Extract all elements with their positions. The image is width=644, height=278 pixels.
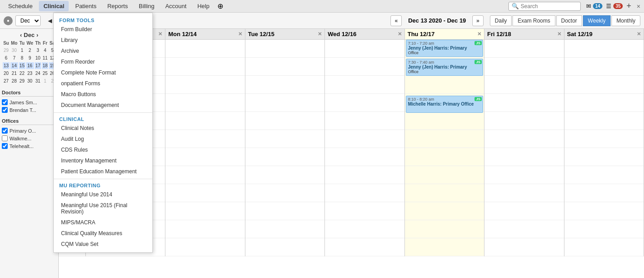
mini-cal-day[interactable]: 18 xyxy=(42,62,48,69)
fri-close[interactable]: ✕ xyxy=(557,31,561,37)
mini-cal-day[interactable]: 1 xyxy=(19,47,25,54)
cal-col-mon[interactable] xyxy=(165,40,245,256)
dropdown-clinical-notes[interactable]: Clinical Notes xyxy=(54,123,152,134)
nav-help[interactable]: Help xyxy=(193,1,214,11)
mini-cal-day[interactable]: 16 xyxy=(26,62,34,69)
dropdown-cds-rules[interactable]: CDS Rules xyxy=(54,144,152,155)
doctor-2-checkbox[interactable] xyxy=(2,107,8,113)
nav-clinical[interactable]: Clinical xyxy=(39,1,69,11)
nav-account[interactable]: Account xyxy=(161,1,191,11)
mini-cal-day[interactable]: 9 xyxy=(26,55,34,61)
mini-cal-day[interactable]: 31 xyxy=(35,78,41,84)
mini-cal-day[interactable]: 3 xyxy=(35,47,41,54)
mini-cal-day[interactable]: 30 xyxy=(26,78,34,84)
mini-cal-day[interactable]: 2 xyxy=(26,47,34,54)
mini-cal-day[interactable]: 14 xyxy=(10,62,18,69)
mini-cal-day[interactable]: 6 xyxy=(3,55,9,61)
mini-cal-day[interactable]: 28 xyxy=(10,78,18,84)
nav-schedule[interactable]: Schedule xyxy=(4,1,37,11)
add-icon[interactable]: + xyxy=(626,1,631,11)
office-3-checkbox[interactable] xyxy=(2,143,8,149)
view-weekly[interactable]: Weekly xyxy=(583,15,611,26)
office-1-checkbox[interactable] xyxy=(2,128,8,134)
dropdown-meaningful-use-2015[interactable]: Meaningful Use 2015 (Final Revision) xyxy=(54,200,152,217)
mini-cal-day[interactable]: 29 xyxy=(19,78,25,84)
nav-patients[interactable]: Patients xyxy=(71,1,101,11)
mini-cal-day[interactable]: 11 xyxy=(42,55,48,61)
office-2-checkbox[interactable] xyxy=(2,135,8,141)
day-header-mo: Mo xyxy=(10,40,18,46)
appointment-thu-2[interactable]: JS 7:30 - 7:40 am Jenny (Jen) Harris: Pr… xyxy=(406,59,483,76)
thu-close[interactable]: ✕ xyxy=(477,31,481,37)
dropdown-library[interactable]: Library xyxy=(54,35,152,46)
view-exam-rooms[interactable]: Exam Rooms xyxy=(512,15,555,26)
mini-cal-day[interactable]: 21 xyxy=(10,70,18,77)
nav-billing[interactable]: Billing xyxy=(134,1,159,11)
prev-week-button[interactable]: « xyxy=(390,15,402,26)
tue-close[interactable]: ✕ xyxy=(318,31,322,37)
mini-cal-day[interactable]: 25 xyxy=(42,70,48,77)
appointment-thu-3[interactable]: JS 8:10 - 8:20 am Michelle Harris: Prima… xyxy=(406,96,483,113)
dropdown-document-management[interactable]: Document Management xyxy=(54,100,152,111)
doctor-1-checkbox[interactable] xyxy=(2,99,8,105)
close-tab-icon[interactable]: × xyxy=(637,3,640,10)
cal-col-fri[interactable] xyxy=(484,40,564,256)
dropdown-archive[interactable]: Archive xyxy=(54,46,152,56)
dropdown-macro-buttons[interactable]: Macro Buttons xyxy=(54,89,152,100)
cal-header-tue: Tue 12/15 ✕ xyxy=(245,29,325,39)
cal-col-tue[interactable] xyxy=(245,40,325,256)
mini-cal-month: Dec xyxy=(24,32,35,38)
mini-cal-day[interactable]: 4 xyxy=(42,47,48,54)
mini-cal-day[interactable]: 30 xyxy=(10,47,18,54)
mini-cal-prev[interactable]: ‹ xyxy=(20,32,22,38)
sat-close[interactable]: ✕ xyxy=(637,31,641,37)
dropdown-patient-education[interactable]: Patient Education Management xyxy=(54,166,152,177)
search-icon: 🔍 xyxy=(512,3,519,9)
cal-col-wed[interactable] xyxy=(325,40,404,256)
dropdown-cqm-value-set[interactable]: CQM Value Set xyxy=(54,239,152,250)
cal-col-thu[interactable]: JS 7:10 - 7:20 am Jenny (Jen) Harris: Pr… xyxy=(405,40,484,256)
office-item-2: Walkme... xyxy=(2,134,56,142)
alert-icon[interactable]: ☰ xyxy=(606,3,611,9)
dropdown-mips-macra[interactable]: MIPS/MACRA xyxy=(54,217,152,228)
search-input[interactable] xyxy=(521,3,575,9)
dropdown-inventory-management[interactable]: Inventory Management xyxy=(54,155,152,166)
mini-cal-day[interactable]: 10 xyxy=(35,55,41,61)
status-indicator: ● xyxy=(4,16,13,25)
cal-col-sat[interactable] xyxy=(564,40,644,256)
message-icon[interactable]: ✉ xyxy=(586,3,591,9)
dropdown-form-builder[interactable]: Form Builder xyxy=(54,24,152,35)
view-doctor[interactable]: Doctor xyxy=(556,15,582,26)
dropdown-clinical-quality-measures[interactable]: Clinical Quality Measures xyxy=(54,228,152,239)
dropdown-form-reorder[interactable]: Form Reorder xyxy=(54,56,152,67)
mon-close[interactable]: ✕ xyxy=(238,31,242,37)
view-monthly[interactable]: Monthly xyxy=(611,15,640,26)
month-select[interactable]: Dec Jan xyxy=(15,15,41,26)
mini-cal-day[interactable]: 23 xyxy=(26,70,34,77)
mini-cal-day[interactable]: 24 xyxy=(35,70,41,77)
mini-cal-next[interactable]: › xyxy=(36,32,38,38)
mini-cal-day[interactable]: 8 xyxy=(19,55,25,61)
mini-cal-day[interactable]: 29 xyxy=(3,47,9,54)
dropdown-onpatient-forms[interactable]: onpatient Forms xyxy=(54,78,152,89)
mini-cal-day[interactable]: 17 xyxy=(35,62,41,69)
mini-cal-day[interactable]: 15 xyxy=(19,62,25,69)
mini-cal-day[interactable]: 7 xyxy=(10,55,18,61)
sun-close[interactable]: ✕ xyxy=(158,31,162,37)
dropdown-complete-note-format[interactable]: Complete Note Format xyxy=(54,67,152,78)
mini-cal-day[interactable]: 13 xyxy=(3,62,9,69)
dropdown-meaningful-use-2014[interactable]: Meaningful Use 2014 xyxy=(54,189,152,200)
wed-close[interactable]: ✕ xyxy=(398,31,402,37)
view-daily[interactable]: Daily xyxy=(490,15,512,26)
appointment-thu-1[interactable]: JS 7:10 - 7:20 am Jenny (Jen) Harris: Pr… xyxy=(406,40,483,57)
cal-header-thu: Thu 12/17 ✕ xyxy=(405,29,484,39)
mini-cal-day[interactable]: 20 xyxy=(3,70,9,77)
mini-cal-day[interactable]: 1 xyxy=(42,78,48,84)
dropdown-section-form-tools: FORM TOOLS xyxy=(54,16,152,24)
mini-cal-day[interactable]: 27 xyxy=(3,78,9,84)
mini-cal-day[interactable]: 22 xyxy=(19,70,25,77)
nav-extra-icon[interactable]: ⊕ xyxy=(217,2,223,10)
dropdown-audit-log[interactable]: Audit Log xyxy=(54,134,152,144)
next-week-button[interactable]: » xyxy=(472,15,484,26)
nav-reports[interactable]: Reports xyxy=(103,1,132,11)
